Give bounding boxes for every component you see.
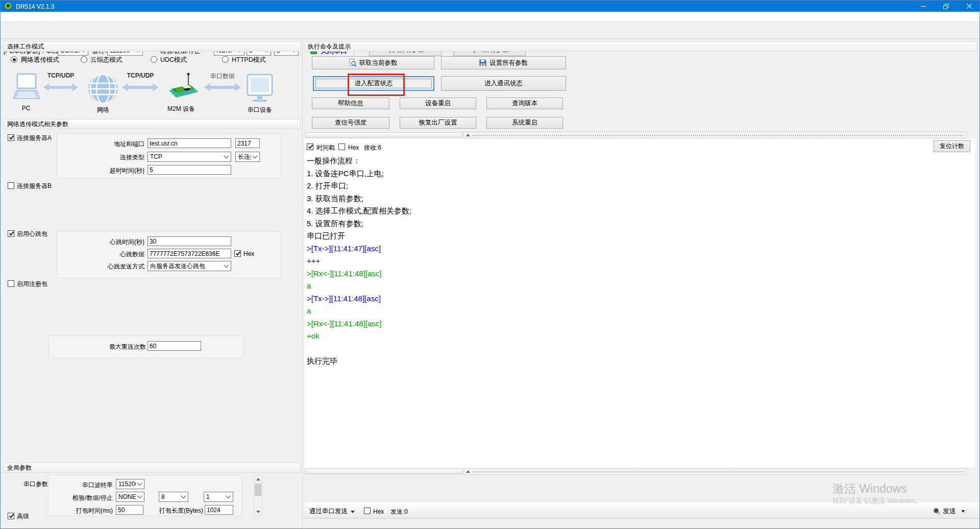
splitter-collapse-bar[interactable]	[463, 132, 967, 138]
work-mode-title: 选择工作模式	[7, 42, 44, 51]
log-line: 5. 设置所有参数;	[307, 218, 965, 230]
collapse-up-icon	[466, 134, 470, 136]
send-via-serial-dropdown[interactable]: 通过串口发送	[309, 508, 348, 515]
serial-device-monitor-icon	[245, 74, 275, 103]
heartbeat-hex-label: Hex	[243, 250, 254, 257]
factory-reset-button[interactable]: 恢复出厂设置	[400, 117, 476, 129]
panel-divider[interactable]	[302, 39, 303, 529]
radio-net-transparent-mode[interactable]	[11, 56, 17, 63]
global-section-title: 全局参数	[7, 464, 32, 472]
global-scrollbar[interactable]	[254, 475, 262, 516]
scrollbar-down-button[interactable]	[254, 508, 262, 516]
scrollbar-up-button[interactable]	[254, 475, 262, 483]
register-packet-checkbox[interactable]	[8, 280, 14, 287]
diagram-link3-label: 串口数据	[203, 73, 242, 80]
log-line: 1. 设备连PC串口,上电;	[307, 167, 965, 180]
timestamp-checkbox[interactable]	[307, 143, 313, 150]
reset-count-button[interactable]: 复位计数	[934, 140, 970, 152]
pack-time-label: 打包时间(ms)	[46, 507, 113, 514]
heartbeat-checkbox[interactable]	[8, 230, 14, 237]
address-port-label: 地址和端口	[62, 140, 144, 148]
timestamp-label: 时间戳	[316, 144, 335, 151]
set-params-button[interactable]: 设置所有参数	[441, 56, 566, 69]
red-annotation-box	[348, 74, 405, 96]
log-line: >[Tx->][11:41:48][asc]	[307, 293, 965, 305]
keepalive-select[interactable]: 长连接	[235, 152, 260, 162]
log-hex-checkbox[interactable]	[338, 143, 345, 150]
command-section-title: 执行命令及提示	[308, 42, 351, 51]
restore-icon	[943, 4, 949, 9]
advanced-checkbox[interactable]	[8, 513, 14, 519]
send-hex-checkbox[interactable]	[364, 508, 371, 514]
radio-label-net-transparent-mode: 网络透传模式	[21, 56, 59, 63]
diagram-link1-label: TCP/UDP	[42, 72, 79, 79]
double-arrow-icon	[203, 81, 242, 93]
minimize-button[interactable]	[912, 1, 935, 12]
global-stopbits-select[interactable]: 1	[204, 492, 233, 502]
log-line: >[Tx->][11:41:47][asc]	[307, 243, 965, 255]
maximize-button[interactable]	[935, 1, 958, 12]
splitter-dots	[473, 471, 964, 472]
minimize-icon	[921, 6, 926, 7]
system-restart-button[interactable]: 系统重启	[486, 117, 563, 129]
activate-windows-watermark: 激活 Windows	[832, 481, 907, 497]
query-version-button[interactable]: 查询版本	[486, 98, 563, 109]
recv-count: 接收:6	[364, 144, 381, 151]
radio-udc-mode[interactable]	[151, 56, 157, 63]
server-port-input[interactable]: 2317	[235, 138, 260, 148]
global-parity-label: 检验/数据/停止	[46, 494, 113, 501]
heartbeat-hex-checkbox[interactable]	[234, 250, 241, 257]
log-line: 执行完毕	[307, 355, 965, 368]
log-line	[307, 343, 965, 355]
timeout-label: 超时时间(秒)	[62, 167, 144, 174]
diagram-link2-label: TCP/UDP	[121, 72, 160, 79]
radio-httpd-mode[interactable]	[222, 56, 229, 63]
diagram-node-network-label: 网络	[85, 106, 121, 113]
scrollbar-up-icon	[256, 478, 260, 480]
serial-params-label: 串口参数	[23, 480, 48, 488]
server-address-input[interactable]: test.usr.cn	[148, 138, 231, 148]
heartbeat-label: 启用心跳包	[17, 230, 47, 237]
timeout-input[interactable]: 5	[148, 165, 231, 175]
close-button[interactable]	[958, 1, 980, 12]
app-window: DR514 V2.1.3 文件 Language [PC串口参数]：串口号 CO…	[0, 0, 980, 529]
heartbeat-data-label: 心跳数据	[62, 251, 144, 258]
log-line: +ok	[307, 330, 965, 343]
heartbeat-time-input[interactable]: 30	[148, 236, 231, 246]
pc-laptop-icon	[13, 73, 40, 104]
advanced-label: 高级	[17, 513, 29, 520]
heartbeat-data-input[interactable]: 7777772E7573722E636E	[148, 249, 231, 258]
global-databits-select[interactable]: 8	[159, 492, 188, 502]
global-parity-select[interactable]: NONE	[116, 492, 144, 502]
send-caret-icon	[961, 510, 965, 513]
scrollbar-thumb[interactable]	[255, 484, 261, 496]
splitter-handle[interactable]	[305, 132, 462, 138]
network-globe-icon	[87, 73, 119, 105]
query-signal-button[interactable]: 查信号强度	[312, 117, 389, 129]
radio-label-cloud-mode: 云组态模式	[90, 56, 122, 63]
heartbeat-mode-select[interactable]: 向服务器发送心跳包	[148, 261, 231, 271]
pack-time-input[interactable]: 50	[116, 505, 143, 515]
enter-comm-button[interactable]: 进入通讯状态	[441, 76, 566, 91]
global-baud-select[interactable]: 115200	[116, 479, 144, 489]
get-params-button[interactable]: 获取当前参数	[312, 56, 434, 69]
window-title: DR514 V2.1.3	[16, 3, 54, 10]
splitter-handle[interactable]	[305, 469, 462, 474]
send-button[interactable]: 发送	[933, 505, 975, 517]
log-line: 串口已打开	[307, 230, 965, 243]
params-section-title: 网络透传模式相关参数	[7, 120, 68, 129]
max-reconnect-input[interactable]: 60	[148, 341, 201, 351]
device-restart-button[interactable]: 设备重启	[400, 98, 476, 109]
server-a-checkbox[interactable]	[8, 134, 14, 141]
diagram-node-m2m-label: M2M 设备	[159, 105, 204, 112]
log-lines: 一般操作流程： 1. 设备连PC串口,上电; 2. 打开串口; 3. 获取当前参…	[307, 155, 965, 368]
pack-length-label: 打包长度(Bytes)	[142, 507, 203, 514]
radio-label-udc-mode: UDC模式	[160, 56, 187, 63]
server-b-checkbox[interactable]	[8, 182, 14, 189]
splitter-collapse-bar[interactable]	[463, 468, 967, 475]
connection-type-select[interactable]: TCP	[148, 152, 231, 162]
connection-type-label: 连接类型	[62, 154, 144, 161]
help-info-button[interactable]: 帮助信息	[312, 98, 389, 109]
pack-length-input[interactable]: 1024	[205, 505, 233, 515]
radio-cloud-mode[interactable]	[81, 56, 87, 63]
